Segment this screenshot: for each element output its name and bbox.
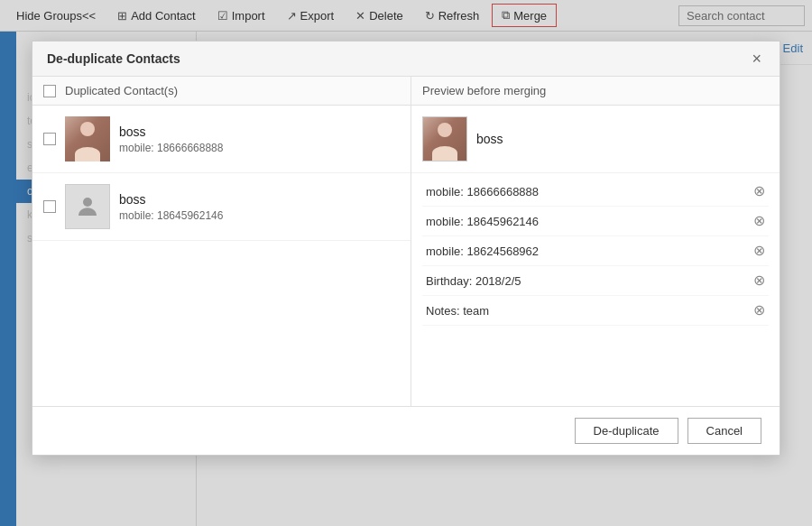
- dialog-footer: De-duplicate Cancel: [32, 407, 780, 455]
- preview-field-2-text: mobile: 18624568962: [426, 245, 539, 258]
- contact-2-checkbox[interactable]: [43, 200, 56, 213]
- remove-field-2-button[interactable]: ⊗: [753, 244, 765, 258]
- preview-field-4-text: Notes: team: [426, 304, 489, 318]
- preview-field-3: Birthday: 2018/2/5 ⊗: [422, 266, 769, 296]
- contact-1-name: boss: [119, 125, 223, 139]
- contact-row-1: boss mobile: 18666668888: [32, 106, 411, 173]
- preview-field-3-text: Birthday: 2018/2/5: [426, 274, 521, 288]
- contact-1-checkbox[interactable]: [43, 133, 56, 145]
- dialog-title: De-duplicate Contacts: [47, 51, 180, 66]
- contact-1-info: boss mobile: 18666668888: [119, 125, 223, 154]
- preview-avatar: [422, 116, 467, 161]
- contact-1-avatar: [65, 116, 110, 161]
- preview-field-0: mobile: 18666668888 ⊗: [422, 177, 769, 207]
- duplicated-contacts-column: Duplicated Contact(s) boss mobile: 18666…: [32, 77, 411, 406]
- remove-field-3-button[interactable]: ⊗: [753, 273, 765, 288]
- dialog-header: De-duplicate Contacts ×: [32, 42, 780, 77]
- preview-field-1: mobile: 18645962146 ⊗: [422, 207, 769, 236]
- contact-2-avatar: [65, 184, 110, 229]
- dialog-close-button[interactable]: ×: [748, 51, 765, 67]
- preview-field-1-text: mobile: 18645962146: [426, 215, 539, 228]
- duplicated-contacts-label: Duplicated Contact(s): [65, 84, 178, 97]
- contact-1-detail: mobile: 18666668888: [119, 142, 223, 154]
- dialog-body: Duplicated Contact(s) boss mobile: 18666…: [32, 77, 780, 407]
- preview-contact-header: boss: [411, 106, 780, 173]
- preview-fields: mobile: 18666668888 ⊗ mobile: 1864596214…: [411, 173, 780, 329]
- preview-name: boss: [476, 132, 503, 146]
- contact-row-2: boss mobile: 18645962146: [32, 173, 411, 241]
- cancel-button[interactable]: Cancel: [687, 418, 761, 444]
- deduplicate-button[interactable]: De-duplicate: [575, 418, 678, 444]
- preview-field-2: mobile: 18624568962 ⊗: [422, 236, 769, 266]
- preview-label: Preview before merging: [422, 84, 546, 97]
- select-all-checkbox[interactable]: [43, 85, 56, 97]
- svg-point-0: [83, 198, 92, 207]
- preview-column-header: Preview before merging: [411, 77, 780, 106]
- remove-field-4-button[interactable]: ⊗: [753, 303, 765, 318]
- contact-2-detail: mobile: 18645962146: [119, 209, 223, 222]
- preview-field-4: Notes: team ⊗: [422, 296, 769, 326]
- person-icon: [74, 193, 101, 220]
- contact-2-info: boss mobile: 18645962146: [119, 192, 223, 222]
- preview-column: Preview before merging boss mobile: 1866…: [411, 77, 780, 406]
- remove-field-0-button[interactable]: ⊗: [753, 184, 765, 198]
- remove-field-1-button[interactable]: ⊗: [753, 214, 765, 228]
- duplicated-contacts-header: Duplicated Contact(s): [32, 77, 411, 106]
- preview-field-0-text: mobile: 18666668888: [426, 185, 539, 198]
- deduplicate-dialog: De-duplicate Contacts × Duplicated Conta…: [32, 41, 780, 456]
- modal-overlay: De-duplicate Contacts × Duplicated Conta…: [0, 0, 812, 526]
- contact-2-name: boss: [119, 192, 223, 207]
